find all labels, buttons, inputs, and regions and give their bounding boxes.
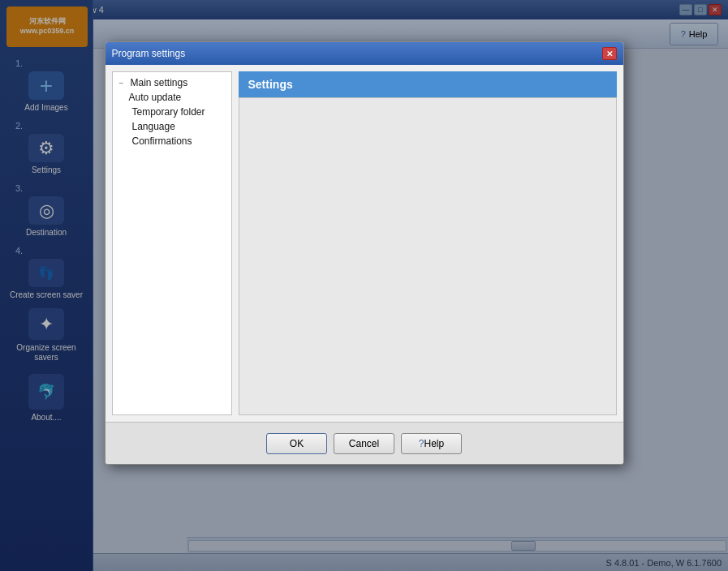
settings-content-panel: Settings [239, 71, 617, 415]
dialog-title: Program settings [112, 48, 602, 59]
tree-item-auto-update[interactable]: Auto update [116, 90, 228, 105]
settings-content-area [239, 97, 617, 415]
tree-expand-icon: − [119, 79, 129, 88]
dialog-body: − Main settings Auto update Temporary fo… [106, 65, 623, 422]
tree-item-confirmations[interactable]: Confirmations [116, 134, 228, 148]
dialog-help-button[interactable]: ? Help [401, 433, 462, 454]
cancel-label: Cancel [349, 438, 379, 449]
dialog-close-button[interactable]: ✕ [602, 47, 617, 60]
settings-header-text: Settings [248, 78, 293, 91]
tree-item-temporary-folder[interactable]: Temporary folder [116, 105, 228, 119]
dialog-overlay: Program settings ✕ − Main settings Auto … [0, 0, 728, 571]
tree-item-language[interactable]: Language [116, 119, 228, 134]
ok-button[interactable]: OK [266, 433, 327, 454]
ok-label: OK [290, 438, 304, 449]
program-settings-dialog: Program settings ✕ − Main settings Auto … [105, 41, 624, 465]
tree-item-main-settings[interactable]: − Main settings [116, 75, 228, 90]
settings-header: Settings [239, 71, 617, 97]
tree-confirmations-label: Confirmations [132, 135, 192, 147]
tree-main-settings-label: Main settings [131, 77, 188, 88]
cancel-button[interactable]: Cancel [334, 433, 394, 454]
tree-language-label: Language [132, 121, 175, 132]
dialog-help-label: Help [424, 438, 445, 449]
dialog-help-icon: ? [419, 438, 424, 449]
dialog-titlebar: Program settings ✕ [106, 42, 623, 65]
tree-temporary-folder-label: Temporary folder [132, 106, 205, 118]
settings-tree[interactable]: − Main settings Auto update Temporary fo… [112, 71, 232, 415]
tree-auto-update-label: Auto update [129, 92, 182, 103]
dialog-footer: OK Cancel ? Help [106, 422, 623, 464]
